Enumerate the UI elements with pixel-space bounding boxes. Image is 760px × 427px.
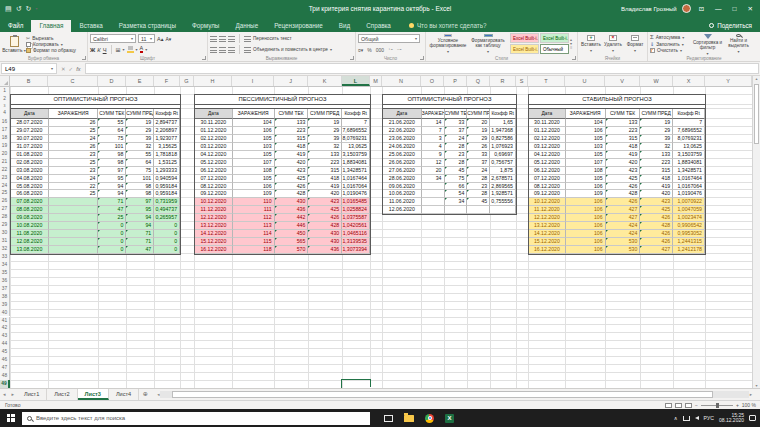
name-box[interactable]: L49▾ xyxy=(1,63,57,74)
user-name[interactable]: Владислав Грозный xyxy=(621,6,677,12)
column-header-R[interactable]: R xyxy=(490,76,516,86)
cell[interactable]: 11.08.2020 xyxy=(11,230,49,238)
cell[interactable]: 419 xyxy=(606,151,641,159)
column-header-E[interactable]: E xyxy=(126,76,154,86)
cell[interactable]: 115 xyxy=(233,238,275,246)
minimize-button[interactable]: — xyxy=(712,5,725,12)
очистить-button[interactable]: Очистить▾ xyxy=(650,48,692,53)
row-header-16[interactable]: 16 xyxy=(0,118,10,126)
cell[interactable]: 55 xyxy=(98,119,126,127)
row-header-26[interactable]: 26 xyxy=(0,197,10,205)
cell[interactable]: 28.07.2020 xyxy=(11,119,49,127)
comma-format-icon[interactable]: 000 xyxy=(376,47,384,53)
sheet-tab-Лист4[interactable]: Лист4 xyxy=(109,389,139,400)
cell[interactable]: 0,69697 xyxy=(490,151,516,159)
cell[interactable]: 25 xyxy=(49,159,99,167)
tab-Справка[interactable]: Справка xyxy=(358,20,399,32)
cell[interactable]: 223 xyxy=(308,159,342,167)
cell[interactable]: 1,0047059 xyxy=(673,206,705,214)
cell[interactable]: 419 xyxy=(640,183,673,191)
row-header-35[interactable]: 35 xyxy=(0,269,10,277)
cell[interactable]: 428 xyxy=(275,190,309,198)
cell[interactable]: 1,3139535 xyxy=(342,238,370,246)
row-header-4[interactable]: 4 xyxy=(0,108,10,118)
cell[interactable]: 223 xyxy=(275,127,309,135)
cell[interactable]: 1,0070922 xyxy=(673,198,705,206)
cell[interactable]: 7 xyxy=(673,119,705,127)
cell[interactable]: 03.12.2020 xyxy=(195,143,233,151)
cell[interactable]: 424 xyxy=(606,230,641,238)
cell[interactable]: 13.12.2020 xyxy=(195,222,233,230)
cell[interactable]: 1,293333 xyxy=(154,167,180,175)
start-button[interactable] xyxy=(0,414,22,422)
cell[interactable]: 425 xyxy=(640,206,673,214)
cell[interactable]: 13.08.2020 xyxy=(11,246,49,254)
cell[interactable]: 105 xyxy=(233,135,275,143)
page-layout-view-icon[interactable] xyxy=(675,403,682,408)
cell[interactable]: 25 xyxy=(49,190,99,198)
cell[interactable]: 30.07.2020 xyxy=(11,135,49,143)
cell[interactable]: 530 xyxy=(606,238,641,246)
cell[interactable]: 223 xyxy=(640,159,673,167)
cell[interactable]: 104 xyxy=(233,119,275,127)
cell[interactable]: 427 xyxy=(606,214,641,222)
cell[interactable] xyxy=(49,246,99,254)
cell[interactable]: 15.12.2020 xyxy=(195,238,233,246)
column-header-B[interactable]: B xyxy=(10,76,48,86)
column-header-K[interactable]: K xyxy=(308,76,342,86)
cell[interactable]: 1,0420561 xyxy=(342,222,370,230)
scroll-left-icon[interactable]: ◂ xyxy=(157,392,159,397)
table-header-cell[interactable]: СУММ ПРЕД xyxy=(467,109,490,119)
active-cell-L49[interactable] xyxy=(341,379,371,388)
dialog-launcher-icon[interactable] xyxy=(350,56,354,60)
cell[interactable]: 07.12.2020 xyxy=(529,175,566,183)
cell[interactable]: 25.06.2020 xyxy=(383,151,422,159)
cell[interactable]: 32 xyxy=(308,143,342,151)
table-header-cell[interactable]: СУММ ТЕК xyxy=(98,109,126,119)
cell[interactable]: 95 xyxy=(98,175,126,183)
align-bottom-icon[interactable] xyxy=(228,36,235,42)
cell[interactable]: 1,0375587 xyxy=(342,214,370,222)
cell[interactable]: 29 xyxy=(126,127,154,135)
cell[interactable]: 19 xyxy=(126,119,154,127)
cell[interactable]: 09.08.2020 xyxy=(11,214,49,222)
row-header-34[interactable]: 34 xyxy=(0,261,10,269)
tab-Разметка страницы[interactable]: Разметка страницы xyxy=(111,20,184,32)
cell[interactable]: 30.11.2020 xyxy=(195,119,233,127)
cell[interactable]: 16.12.2020 xyxy=(529,246,566,254)
cell[interactable]: 1,947368 xyxy=(490,127,516,135)
cell[interactable]: 1,0167464 xyxy=(342,175,370,183)
chrome-icon[interactable] xyxy=(425,414,434,423)
cell[interactable]: 315 xyxy=(640,167,673,175)
qat-customize-icon[interactable]: ▾ xyxy=(35,6,37,11)
копировать-button[interactable]: Копировать▾ xyxy=(26,42,76,47)
cell[interactable]: 97 xyxy=(126,198,154,206)
cell[interactable]: 01.12.2020 xyxy=(529,127,566,135)
cell[interactable]: 24 xyxy=(49,135,99,143)
tab-Формулы[interactable]: Формулы xyxy=(184,20,227,32)
cell[interactable]: 94 xyxy=(98,190,126,198)
cell[interactable]: 28 xyxy=(445,159,468,167)
cell[interactable]: 75 xyxy=(98,135,126,143)
taskbar-clock[interactable]: 15:25 08.12.2020 xyxy=(719,413,744,424)
cell[interactable]: 31.07.2020 xyxy=(11,143,49,151)
cell[interactable]: 110 xyxy=(233,198,275,206)
column-header-G[interactable]: G xyxy=(180,76,194,86)
sheet-tab-Лист3[interactable]: Лист3 xyxy=(78,389,109,400)
table-header-cell[interactable]: Дата xyxy=(529,109,566,119)
row-header-23[interactable]: 23 xyxy=(0,174,10,182)
sheet-nav-right-icon[interactable]: ▸ xyxy=(9,389,18,400)
cell[interactable]: 1,65 xyxy=(490,119,516,127)
cell[interactable]: 14.12.2020 xyxy=(529,230,566,238)
cell[interactable]: 75 xyxy=(445,175,468,183)
row-header-30[interactable]: 30 xyxy=(0,229,10,237)
table-header-cell[interactable]: ЗАРАЖЕНИЯ xyxy=(566,109,606,119)
cell[interactable]: 3,15625 xyxy=(154,143,180,151)
hidden-icons-chevron[interactable]: ∧ xyxy=(674,415,678,421)
cell[interactable]: 3 xyxy=(422,135,445,143)
align-middle-icon[interactable] xyxy=(219,36,226,42)
cell[interactable]: 0 xyxy=(154,222,180,230)
insert-function-icon[interactable]: fx xyxy=(76,66,80,72)
cell[interactable]: 106 xyxy=(566,198,606,206)
cell[interactable]: 1,8834081 xyxy=(342,159,370,167)
